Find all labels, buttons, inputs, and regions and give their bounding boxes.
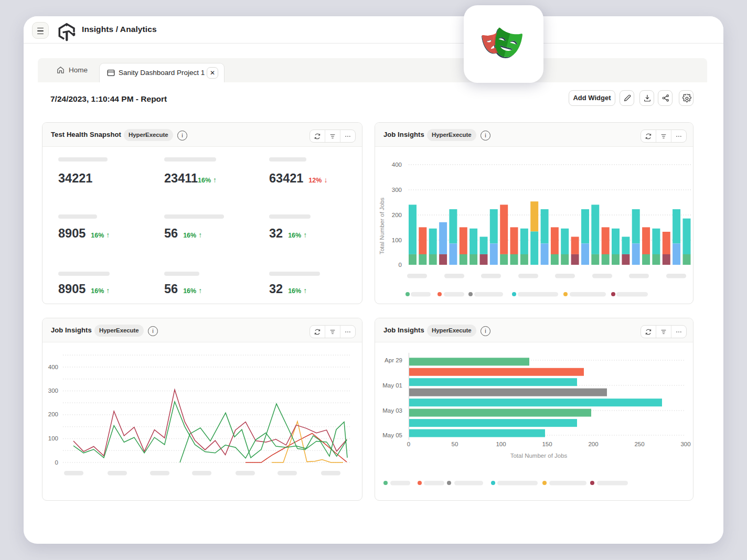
svg-text:300: 300 (392, 187, 402, 193)
svg-text:Apr 29: Apr 29 (385, 357, 402, 363)
svg-text:Total Number of Jobs: Total Number of Jobs (379, 197, 385, 254)
svg-text:150: 150 (542, 441, 552, 447)
svg-text:100: 100 (496, 441, 506, 447)
svg-text:May 01: May 01 (382, 382, 402, 389)
svg-text:May 05: May 05 (382, 432, 402, 438)
svg-text:200: 200 (48, 411, 58, 417)
svg-text:400: 400 (392, 161, 402, 168)
svg-text:50: 50 (452, 441, 458, 447)
svg-text:0: 0 (407, 441, 410, 447)
svg-text:400: 400 (48, 364, 58, 370)
svg-text:300: 300 (48, 387, 58, 394)
svg-text:100: 100 (48, 435, 58, 441)
svg-text:0: 0 (55, 459, 58, 466)
svg-text:Total Number of Jobs: Total Number of Jobs (510, 453, 568, 459)
svg-text:0: 0 (399, 262, 402, 268)
svg-text:300: 300 (680, 441, 690, 447)
svg-text:200: 200 (392, 212, 402, 218)
svg-text:200: 200 (588, 441, 598, 447)
svg-text:May 03: May 03 (382, 407, 402, 414)
svg-text:100: 100 (392, 237, 402, 243)
svg-text:250: 250 (634, 441, 644, 447)
